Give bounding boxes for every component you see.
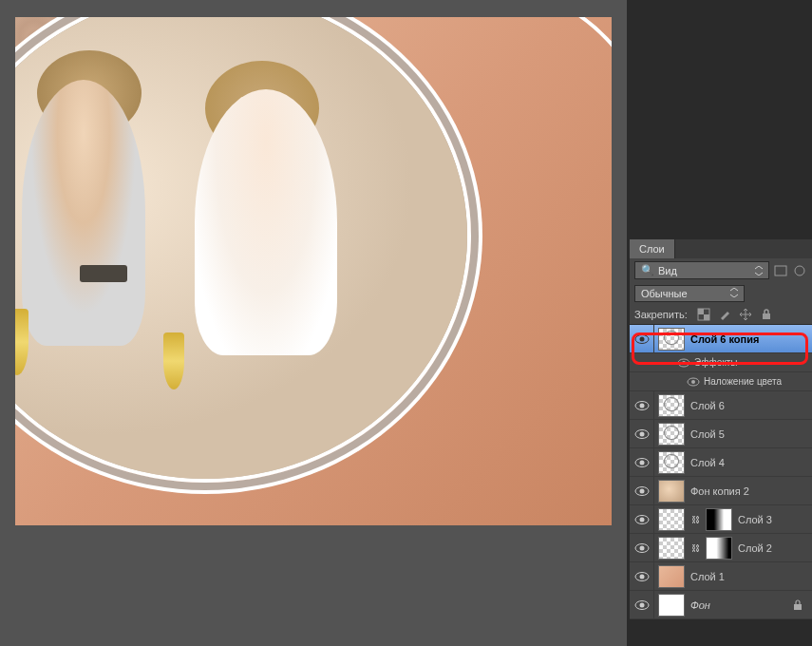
dropdown-icon: [730, 288, 738, 299]
eye-icon: [634, 514, 650, 525]
layer-thumbnail[interactable]: [658, 328, 685, 351]
eye-icon: [634, 599, 650, 611]
visibility-toggle[interactable]: [630, 391, 654, 419]
visibility-toggle[interactable]: [630, 562, 654, 590]
eye-icon: [634, 571, 650, 582]
eye-icon: [634, 485, 650, 497]
layer-row-selected[interactable]: Слой 6 копия: [630, 325, 812, 353]
layer-thumbnail[interactable]: [658, 394, 685, 417]
bowtie: [80, 265, 127, 282]
visibility-toggle[interactable]: [630, 325, 654, 352]
svg-point-21: [639, 517, 644, 522]
eye-icon: [634, 542, 650, 554]
layer-name[interactable]: Слой 3: [738, 514, 772, 525]
layer-row[interactable]: Слой 1: [630, 562, 812, 591]
dropdown-icon: [755, 266, 763, 276]
svg-rect-3: [698, 309, 704, 314]
layer-thumbnail[interactable]: [658, 451, 685, 474]
visibility-toggle[interactable]: [630, 505, 654, 533]
mask-thumbnail[interactable]: [706, 537, 732, 560]
eye-icon[interactable]: [677, 358, 690, 368]
layer-name[interactable]: Слой 4: [690, 457, 725, 468]
layer-name[interactable]: Фон копия 2: [690, 485, 749, 497]
layer-row[interactable]: Фон копия 2: [630, 477, 812, 505]
eye-icon: [634, 428, 650, 440]
svg-point-15: [639, 431, 644, 436]
lock-row: Закрепить:: [630, 305, 812, 325]
layer-thumbnail[interactable]: [658, 508, 685, 531]
lock-all-icon[interactable]: [760, 308, 773, 321]
eye-icon: [634, 400, 650, 411]
filter-pixel-icon[interactable]: [773, 264, 788, 277]
filter-adjustment-icon[interactable]: [792, 264, 807, 277]
svg-point-11: [691, 380, 695, 384]
tab-layers[interactable]: Слои: [630, 239, 675, 258]
visibility-toggle[interactable]: [630, 534, 654, 561]
svg-rect-4: [704, 314, 709, 320]
layer-thumbnail[interactable]: [658, 423, 685, 446]
canvas-area[interactable]: [0, 0, 627, 646]
lock-paint-icon[interactable]: [718, 308, 731, 321]
effects-heading-row[interactable]: Эффекты: [630, 353, 812, 372]
visibility-toggle[interactable]: [630, 420, 654, 447]
effect-item-row[interactable]: Наложение цвета: [630, 372, 812, 391]
layer-thumbnail[interactable]: [658, 537, 685, 560]
effect-name: Наложение цвета: [704, 376, 782, 387]
layer-name[interactable]: Слой 2: [738, 542, 772, 554]
layer-filter-select[interactable]: 🔍 Вид: [634, 261, 769, 279]
layer-name[interactable]: Слой 1: [690, 571, 725, 582]
svg-point-9: [682, 361, 686, 365]
layers-panel: Слои 🔍 Вид Обычные Закрепить:: [629, 239, 812, 619]
svg-point-19: [639, 488, 644, 493]
blend-mode-select[interactable]: Обычные: [634, 285, 745, 302]
effects-label: Эффекты: [694, 357, 737, 368]
blend-row: Обычные: [630, 282, 812, 305]
svg-point-27: [639, 602, 644, 607]
link-icon: ⛓: [690, 515, 700, 524]
svg-point-13: [639, 403, 644, 408]
visibility-toggle[interactable]: [630, 477, 654, 504]
svg-rect-0: [775, 266, 786, 276]
svg-point-17: [639, 460, 644, 465]
panel-tabs: Слои: [630, 239, 812, 258]
filter-row: 🔍 Вид: [630, 258, 812, 282]
layer-name[interactable]: Слой 6: [690, 400, 725, 411]
blend-mode-value: Обычные: [641, 288, 688, 299]
visibility-toggle[interactable]: [630, 591, 654, 618]
link-icon: ⛓: [690, 543, 700, 553]
svg-point-1: [795, 266, 804, 276]
layer-content: Слой 6 копия: [654, 326, 812, 352]
svg-rect-28: [794, 604, 802, 610]
visibility-toggle[interactable]: [630, 448, 654, 476]
layer-row[interactable]: ⛓ Слой 2: [630, 534, 812, 562]
layer-row[interactable]: Слой 4: [630, 448, 812, 477]
layer-row[interactable]: Слой 6: [630, 391, 812, 420]
layer-row[interactable]: ⛓ Слой 3: [630, 505, 812, 534]
layers-list: Слой 6 копия Эффекты Наложение цвета Сло…: [630, 325, 812, 619]
layer-row[interactable]: Фон: [630, 591, 812, 619]
layer-row[interactable]: Слой 5: [630, 420, 812, 448]
layer-thumbnail[interactable]: [658, 565, 685, 588]
svg-rect-5: [763, 314, 770, 319]
layer-name[interactable]: Слой 6 копия: [690, 333, 759, 345]
eye-icon[interactable]: [687, 377, 700, 387]
lock-transparent-icon[interactable]: [697, 308, 710, 321]
document-artwork: [15, 17, 612, 525]
lock-icon: [793, 599, 803, 611]
mask-thumbnail[interactable]: [706, 508, 732, 531]
filter-label: Вид: [658, 265, 677, 276]
layer-name[interactable]: Фон: [690, 599, 710, 611]
champagne-glass: [15, 309, 28, 375]
eye-icon: [634, 333, 650, 345]
svg-point-7: [639, 336, 644, 341]
svg-point-23: [639, 545, 644, 550]
layer-thumbnail[interactable]: [658, 594, 685, 617]
svg-point-25: [639, 574, 644, 579]
layer-name[interactable]: Слой 5: [690, 428, 725, 440]
search-icon: 🔍: [641, 264, 654, 276]
lock-icons: [697, 308, 773, 321]
champagne-glass: [163, 332, 184, 390]
groom-figure: [22, 80, 145, 346]
layer-thumbnail[interactable]: [658, 480, 685, 503]
lock-move-icon[interactable]: [739, 308, 752, 321]
